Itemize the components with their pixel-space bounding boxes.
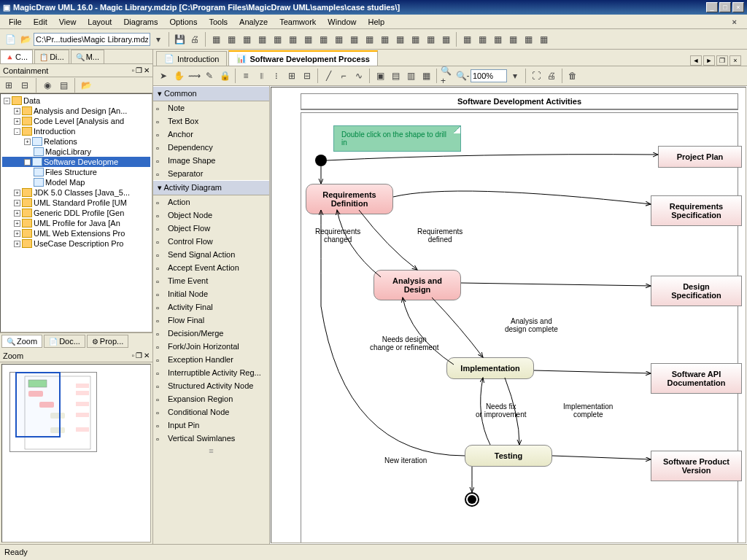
align-tool[interactable]: ⫶ [269, 69, 284, 83]
palette-section-header[interactable]: ▾ Common [153, 86, 269, 101]
tab-software-dev[interactable]: 📊 Software Development Process [228, 50, 377, 66]
output-product[interactable]: Software Product Version [651, 451, 742, 481]
tree-node[interactable]: + UseCase Description Pro [2, 238, 150, 249]
tree-node[interactable]: + Code Level [Analysis and [2, 116, 150, 126]
menu-window[interactable]: Window [322, 16, 362, 28]
menu-view[interactable]: View [53, 16, 82, 28]
tree-node[interactable]: Files Structure [2, 167, 150, 177]
palette-item[interactable]: ▫Send Signal Action [153, 248, 269, 261]
diagram-icon[interactable]: ▦ [536, 32, 551, 47]
tab-diagrams[interactable]: 📋 Di... [34, 50, 69, 63]
palette-item[interactable]: ▫Expansion Region [153, 392, 269, 405]
diagram-icon[interactable]: ▦ [270, 32, 285, 47]
palette-item[interactable]: ▫Object Flow [153, 222, 269, 235]
diagram-icon[interactable]: ▦ [285, 32, 300, 47]
palette-item[interactable]: ▫Accept Event Action [153, 261, 269, 274]
diagram-icon[interactable]: ▦ [239, 32, 254, 47]
zoom-in-icon[interactable]: 🔍+ [440, 69, 454, 83]
link-tool[interactable]: ⟿ [187, 69, 201, 83]
next-tab-button[interactable]: ► [703, 55, 715, 66]
activity-implementation[interactable]: Implementation [446, 357, 534, 379]
diagram-icon[interactable]: ▦ [331, 32, 346, 47]
align-tool[interactable]: ≡ [239, 69, 253, 83]
diagram-icon[interactable]: ▦ [506, 32, 520, 47]
palette-item[interactable]: ▫Image Shape [153, 154, 269, 167]
diagram-icon[interactable]: ▦ [408, 32, 422, 47]
tree-node[interactable]: + UML Standard Profile [UM [2, 198, 150, 208]
palette-item[interactable]: ▫Structured Activity Node [153, 379, 269, 392]
diagram-icon[interactable]: ▦ [438, 32, 453, 47]
activity-analysis[interactable]: Analysis and Design [374, 270, 461, 300]
menu-analyze[interactable]: Analyze [233, 16, 274, 28]
menu-tools[interactable]: Tools [203, 16, 233, 28]
print-icon[interactable]: 🖨 [544, 69, 559, 83]
palette-item[interactable]: ▫Interruptible Activity Reg... [153, 366, 269, 379]
tree-root[interactable]: − Data [2, 96, 150, 106]
palette-item[interactable]: ▫Anchor [153, 128, 269, 141]
palette-item[interactable]: ▫Object Node [153, 209, 269, 222]
menu-help[interactable]: Help [362, 16, 390, 28]
tree-node[interactable]: + Generic DDL Profile [Gen [2, 208, 150, 218]
zoom-out-icon[interactable]: 🔍- [455, 69, 470, 83]
collapse-icon[interactable]: ⊟ [18, 78, 32, 93]
output-reqspec[interactable]: Requirements Specification [651, 195, 742, 226]
open-button[interactable]: 📂 [18, 32, 33, 47]
tab-containment[interactable]: 🔺 C... [0, 50, 33, 63]
palette-item[interactable]: ▫Fork/Join Horizontal [153, 340, 269, 353]
zoom-thumbnail[interactable] [1, 364, 151, 542]
menu-edit[interactable]: Edit [28, 16, 53, 28]
address-field[interactable] [34, 33, 150, 46]
initial-node[interactable] [315, 155, 327, 166]
tab-doc[interactable]: 📄 Doc... [44, 335, 85, 348]
final-node[interactable] [465, 492, 479, 507]
align-tool[interactable]: ⊞ [285, 69, 299, 83]
tree-node[interactable]: + Software Developme [2, 157, 150, 167]
containment-tree[interactable]: − Data + Analysis and Design [An...+ Cod… [0, 93, 152, 332]
fit-icon[interactable]: ⛶ [529, 69, 543, 83]
route-tool[interactable]: ∿ [352, 69, 366, 83]
sort-icon[interactable]: ▤ [56, 78, 71, 93]
select-tool[interactable]: ➤ [156, 69, 171, 83]
layer-tool[interactable]: ▣ [373, 69, 387, 83]
maximize-button[interactable]: □ [719, 2, 731, 12]
menu-diagrams[interactable]: Diagrams [117, 16, 163, 28]
palette-item[interactable]: ▫Action [153, 195, 269, 209]
diagram-icon[interactable]: ▦ [316, 32, 330, 47]
diagram-icon[interactable]: ▦ [377, 32, 392, 47]
palette-item[interactable]: ▫Flow Final [153, 314, 269, 327]
palette-item[interactable]: ▫Time Event [153, 274, 269, 287]
tree-node[interactable]: + UML Web Extensions Pro [2, 228, 150, 238]
diagram-icon[interactable]: ▦ [460, 32, 474, 47]
palette-item[interactable]: ▫Exception Handler [153, 353, 269, 366]
expand-icon[interactable]: ⊞ [1, 78, 16, 93]
tree-node[interactable]: + Analysis and Design [An... [2, 106, 150, 116]
tab-zoom[interactable]: 🔍 Zoom [1, 335, 42, 348]
zoom-combo[interactable] [471, 69, 507, 82]
palette-item[interactable]: ▫Dependency [153, 141, 269, 154]
tab-model[interactable]: 🔍 M... [71, 50, 104, 63]
activity-testing[interactable]: Testing [465, 445, 552, 467]
restore-button[interactable]: ❐ [716, 55, 728, 66]
palette-item[interactable]: ▫Separator [153, 167, 269, 180]
diagram-icon[interactable]: ▦ [301, 32, 315, 47]
diagram-icon[interactable]: ▦ [392, 32, 407, 47]
save-button[interactable]: 💾 [172, 32, 187, 47]
diagram-icon[interactable]: ▦ [347, 32, 361, 47]
output-design[interactable]: Design Specification [651, 276, 742, 306]
filter-icon[interactable]: ◉ [40, 78, 55, 93]
palette-item[interactable]: ▫Control Flow [153, 235, 269, 248]
dropdown-icon[interactable]: ▾ [151, 32, 166, 47]
palette-item[interactable]: ▫Vertical Swimlanes [153, 432, 269, 445]
tree-node[interactable]: MagicLibrary [2, 147, 150, 157]
prev-tab-button[interactable]: ◄ [690, 55, 702, 66]
diagram-icon[interactable]: ▦ [521, 32, 535, 47]
tree-node[interactable]: + JDK 5.0 Classes [Java_5... [2, 187, 150, 198]
menu-teamwork[interactable]: Teamwork [274, 16, 322, 28]
diagram-icon[interactable]: ▦ [475, 32, 489, 47]
folder-icon[interactable]: 📂 [79, 78, 93, 93]
hint-note[interactable]: Double click on the shape to drill in [333, 125, 461, 152]
diagram-icon[interactable]: ▦ [423, 32, 438, 47]
close-icon[interactable]: ✕ [144, 351, 150, 359]
route-tool[interactable]: ╱ [321, 69, 336, 83]
output-plan[interactable]: Project Plan [658, 146, 742, 168]
